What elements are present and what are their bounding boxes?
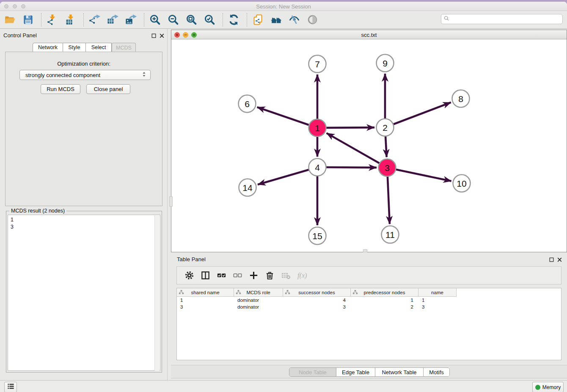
column-header-shared-name[interactable]: shared name — [177, 288, 234, 296]
optimization-criterion-dropdown[interactable]: strongly connected component — [19, 70, 151, 80]
table-cell[interactable]: 3 — [177, 304, 234, 310]
tab-network[interactable]: Network — [33, 43, 63, 52]
vertical-splitter-handle[interactable] — [169, 196, 173, 207]
column-header-MCDS-role[interactable]: MCDS role — [234, 288, 283, 296]
task-history-button[interactable] — [4, 382, 17, 392]
export-table-button[interactable] — [105, 13, 120, 27]
function-builder-button: f(x) — [294, 268, 310, 283]
table-cell[interactable]: 1 — [418, 297, 457, 304]
close-panel-button[interactable]: Close panel — [86, 84, 130, 94]
result-scrollbar[interactable] — [154, 215, 160, 371]
table-cell[interactable]: 2 — [351, 304, 418, 310]
graph-node-3[interactable]: 3 — [379, 159, 396, 177]
show-overview-button[interactable] — [305, 13, 319, 27]
tab-select[interactable]: Select — [86, 43, 112, 52]
graph-edge-1-6[interactable] — [257, 107, 317, 128]
network-canvas[interactable]: 7968124314101511 — [171, 39, 567, 254]
table-row[interactable]: 3dominator323 — [177, 304, 457, 310]
delete-column-button[interactable] — [261, 268, 278, 283]
table-cell[interactable]: 3 — [283, 304, 351, 310]
table-cell[interactable]: 1 — [177, 297, 234, 304]
select-all-button[interactable] — [213, 268, 229, 283]
import-network-button[interactable] — [45, 13, 59, 27]
gear-button[interactable] — [181, 268, 197, 283]
refresh-network-button[interactable] — [226, 13, 241, 27]
graph-edge-3-10[interactable] — [387, 168, 451, 181]
graph-edge-4-14[interactable] — [258, 167, 317, 185]
hide-panels-icon — [289, 14, 300, 25]
graph-node-6[interactable]: 6 — [239, 95, 256, 113]
mcds-result-textarea[interactable]: 13 — [8, 215, 160, 371]
column-header-successor-nodes[interactable]: successor nodes — [283, 288, 351, 296]
float-panel-icon[interactable] — [151, 33, 157, 38]
home-view-icon — [270, 14, 282, 25]
table-panel: Table Panel f(x) shared nameMCDS rolesuc… — [171, 253, 567, 380]
gear-icon — [184, 271, 194, 280]
graph-node-7[interactable]: 7 — [309, 55, 326, 73]
tab-network-table[interactable]: Network Table — [375, 368, 423, 376]
zoom-out-button[interactable] — [166, 13, 180, 27]
deselect-all-icon — [233, 271, 242, 280]
zoom-selected-button[interactable] — [202, 13, 217, 27]
float-panel-icon[interactable] — [549, 257, 554, 262]
graph-node-1[interactable]: 1 — [309, 119, 326, 137]
tab-motifs[interactable]: Motifs — [423, 368, 449, 376]
table-row[interactable]: 1dominator411 — [177, 297, 457, 304]
graph-edge-3-1[interactable] — [327, 133, 387, 168]
table-cell[interactable]: 4 — [283, 297, 351, 304]
home-view-button[interactable] — [269, 13, 283, 27]
memory-status-icon — [535, 385, 540, 390]
table-header-row: shared nameMCDS rolesuccessor nodesprede… — [177, 288, 457, 297]
add-column-button[interactable] — [245, 268, 261, 283]
tab-style[interactable]: Style — [63, 43, 86, 52]
column-header-name[interactable]: name — [418, 288, 457, 296]
search-box[interactable] — [441, 14, 563, 24]
graph-node-15[interactable]: 15 — [309, 227, 326, 245]
export-image-button[interactable] — [124, 13, 138, 27]
table-cell[interactable]: dominator — [234, 304, 283, 310]
add-column-icon — [249, 271, 259, 280]
tab-node-table[interactable]: Node Table — [289, 368, 336, 376]
export-network-icon — [89, 14, 100, 25]
graph-node-11[interactable]: 11 — [382, 226, 399, 243]
close-panel-icon[interactable] — [557, 257, 562, 262]
graph-node-8[interactable]: 8 — [452, 90, 470, 108]
memory-button[interactable]: Memory — [532, 382, 564, 392]
columns-button[interactable] — [197, 268, 213, 283]
clone-network-button[interactable] — [250, 13, 265, 27]
graph-node-2[interactable]: 2 — [377, 119, 394, 136]
graph-node-4[interactable]: 4 — [309, 159, 326, 176]
horizontal-splitter-handle[interactable] — [363, 249, 367, 252]
graph-node-10[interactable]: 10 — [453, 175, 471, 192]
table-cell[interactable]: 3 — [418, 304, 457, 310]
toolbar-separator — [83, 13, 84, 27]
tree-icon — [352, 290, 358, 295]
import-table-icon — [65, 14, 76, 25]
tab-edge-table[interactable]: Edge Table — [336, 368, 375, 376]
table-tabs: Node TableEdge TableNetwork TableMotifs — [289, 367, 450, 377]
run-mcds-button[interactable]: Run MCDS — [41, 84, 80, 94]
delete-table-icon — [281, 271, 291, 280]
graph-node-9[interactable]: 9 — [377, 55, 394, 72]
table-cell[interactable]: dominator — [234, 297, 283, 304]
close-panel-icon[interactable] — [159, 33, 165, 38]
graph-node-14[interactable]: 14 — [239, 179, 256, 196]
open-file-icon — [4, 14, 16, 25]
graph-edge-2-8[interactable] — [385, 102, 451, 127]
hide-panels-button[interactable] — [287, 13, 301, 27]
zoom-in-button[interactable] — [148, 13, 162, 27]
deselect-all-button[interactable] — [229, 268, 245, 283]
optimization-criterion-label: Optimization criterion: — [6, 61, 162, 67]
save-session-button[interactable] — [21, 13, 35, 27]
open-file-button[interactable] — [3, 13, 17, 27]
svg-text:10: 10 — [457, 179, 466, 188]
tab-mcds[interactable]: MCDS — [112, 43, 136, 52]
table-cell[interactable]: 1 — [351, 297, 418, 304]
result-line: 3 — [11, 224, 14, 231]
zoom-fit-button[interactable] — [184, 13, 198, 27]
column-header-predecessor-nodes[interactable]: predecessor nodes — [351, 288, 418, 296]
search-input[interactable] — [450, 15, 562, 23]
export-network-button[interactable] — [87, 13, 102, 27]
svg-text:f(x): f(x) — [297, 271, 306, 279]
import-table-button[interactable] — [63, 13, 77, 27]
